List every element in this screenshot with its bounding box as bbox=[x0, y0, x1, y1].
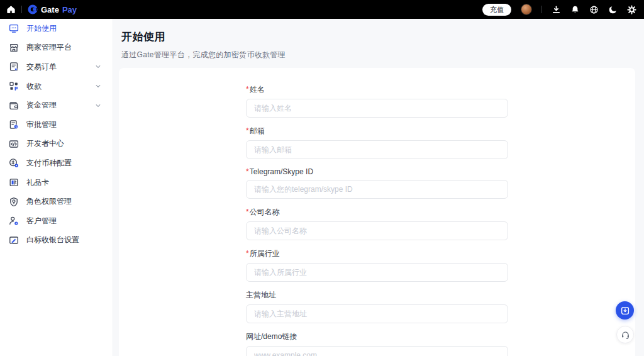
sidebar-item-label: 收款 bbox=[26, 81, 42, 92]
field-address: 主营地址 bbox=[246, 290, 508, 323]
moon-icon[interactable] bbox=[608, 5, 618, 14]
field-company: *公司名称 bbox=[246, 207, 508, 240]
field-label: *所属行业 bbox=[246, 248, 508, 259]
field-label: *姓名 bbox=[246, 84, 508, 95]
field-website: 网址/demo链接 bbox=[246, 331, 508, 356]
sidebar-item-label: 礼品卡 bbox=[26, 177, 49, 188]
sidebar-item-label: 商家管理平台 bbox=[26, 42, 72, 53]
developer-icon bbox=[9, 139, 19, 149]
name-input[interactable] bbox=[246, 99, 508, 118]
sidebar-item-label: 开发者中心 bbox=[26, 138, 64, 149]
wallet-icon bbox=[9, 101, 19, 111]
avatar[interactable] bbox=[521, 4, 532, 15]
brand-gate: Gate bbox=[41, 5, 59, 14]
sidebar-item-label: 客户管理 bbox=[26, 216, 57, 226]
globe-icon[interactable] bbox=[589, 5, 599, 14]
sidebar-item-merchant-platform[interactable]: 商家管理平台 bbox=[0, 38, 113, 58]
chevron-down-icon bbox=[95, 83, 101, 89]
email-input[interactable] bbox=[246, 140, 508, 159]
field-name: *姓名 bbox=[246, 84, 508, 118]
field-label: *公司名称 bbox=[246, 207, 508, 218]
sidebar-item-label: 审批管理 bbox=[26, 120, 57, 130]
sidebar-item-gift-card[interactable]: 礼品卡 bbox=[0, 173, 113, 192]
sidebar-item-label: 支付币种配置 bbox=[26, 158, 72, 169]
app-download-icon bbox=[620, 306, 630, 316]
field-label: *Telegram/Skype ID bbox=[246, 167, 508, 176]
required-mark: * bbox=[246, 126, 249, 135]
field-telegram-skype: *Telegram/Skype ID bbox=[246, 167, 508, 199]
sidebar-item-getting-started[interactable]: 开始使用 bbox=[0, 19, 113, 38]
field-label: *邮箱 bbox=[246, 126, 508, 136]
onboarding-form-card: *姓名 *邮箱 *Telegram/Skype ID *公司名称 *所属行业 bbox=[119, 68, 635, 356]
onboarding-form: *姓名 *邮箱 *Telegram/Skype ID *公司名称 *所属行业 bbox=[246, 84, 508, 356]
coin-config-icon bbox=[9, 158, 19, 168]
website-input[interactable] bbox=[246, 346, 508, 356]
sidebar-item-approvals[interactable]: 审批管理 bbox=[0, 115, 113, 135]
gear-icon[interactable] bbox=[627, 5, 636, 14]
gift-card-icon bbox=[9, 177, 19, 187]
telegram-skype-input[interactable] bbox=[246, 180, 508, 199]
cashier-settings-icon bbox=[9, 235, 19, 245]
sidebar: 开始使用 商家管理平台 交易订单 收款 bbox=[0, 19, 113, 356]
field-email: *邮箱 bbox=[246, 126, 508, 159]
getting-started-icon bbox=[9, 23, 19, 33]
gate-pay-logo[interactable]: Gate Pay bbox=[28, 4, 77, 14]
app-download-fab[interactable] bbox=[616, 301, 634, 320]
field-label: 主营地址 bbox=[246, 290, 508, 301]
main-header: 开始使用 通过Gate管理平台，完成您的加密货币收款管理 bbox=[113, 19, 644, 60]
address-input[interactable] bbox=[246, 304, 508, 323]
topbar-divider-2 bbox=[541, 6, 542, 13]
customer-icon bbox=[9, 216, 19, 226]
home-icon[interactable] bbox=[6, 5, 16, 14]
sidebar-item-label: 资金管理 bbox=[26, 100, 57, 111]
approval-icon bbox=[9, 120, 19, 130]
company-input[interactable] bbox=[246, 221, 508, 240]
sidebar-item-collect[interactable]: 收款 bbox=[0, 77, 113, 96]
support-fab[interactable] bbox=[616, 326, 634, 343]
field-industry: *所属行业 bbox=[246, 248, 508, 282]
sidebar-item-label: 开始使用 bbox=[26, 23, 57, 34]
chevron-down-icon bbox=[95, 103, 101, 109]
sidebar-item-label: 角色权限管理 bbox=[26, 196, 72, 207]
topbar-divider bbox=[21, 6, 22, 13]
brand-pay: Pay bbox=[62, 5, 77, 14]
topbar-left: Gate Pay bbox=[6, 4, 77, 14]
topbar-right: 充值 bbox=[482, 4, 636, 16]
sidebar-item-customers[interactable]: 客户管理 bbox=[0, 211, 113, 231]
topbar: Gate Pay 充值 bbox=[0, 0, 644, 19]
headset-icon bbox=[621, 330, 630, 340]
qr-collect-icon bbox=[9, 81, 19, 91]
store-icon bbox=[9, 43, 19, 53]
required-mark: * bbox=[246, 249, 249, 258]
download-icon[interactable] bbox=[552, 5, 561, 14]
page-subtitle: 通过Gate管理平台，完成您的加密货币收款管理 bbox=[121, 50, 635, 60]
sidebar-item-whitelabel-cashier[interactable]: 白标收银台设置 bbox=[0, 231, 113, 250]
bell-icon[interactable] bbox=[570, 5, 580, 14]
sidebar-item-developer[interactable]: 开发者中心 bbox=[0, 135, 113, 154]
main-content: 开始使用 通过Gate管理平台，完成您的加密货币收款管理 *姓名 *邮箱 *Te… bbox=[113, 19, 644, 356]
sidebar-item-roles[interactable]: 角色权限管理 bbox=[0, 192, 113, 211]
required-mark: * bbox=[246, 208, 249, 216]
shield-icon bbox=[9, 197, 19, 207]
field-label: 网址/demo链接 bbox=[246, 331, 508, 342]
required-mark: * bbox=[246, 167, 249, 176]
order-icon bbox=[9, 62, 19, 72]
sidebar-item-funds[interactable]: 资金管理 bbox=[0, 96, 113, 115]
industry-input[interactable] bbox=[246, 263, 508, 282]
gate-logo-icon bbox=[28, 4, 38, 14]
sidebar-item-label: 白标收银台设置 bbox=[26, 235, 79, 245]
sidebar-item-currency-config[interactable]: 支付币种配置 bbox=[0, 153, 113, 173]
sidebar-item-label: 交易订单 bbox=[26, 62, 57, 72]
chevron-down-icon bbox=[95, 64, 101, 70]
required-mark: * bbox=[246, 85, 249, 94]
page-title: 开始使用 bbox=[121, 30, 635, 44]
sidebar-item-orders[interactable]: 交易订单 bbox=[0, 57, 113, 77]
recharge-button[interactable]: 充值 bbox=[482, 4, 511, 16]
